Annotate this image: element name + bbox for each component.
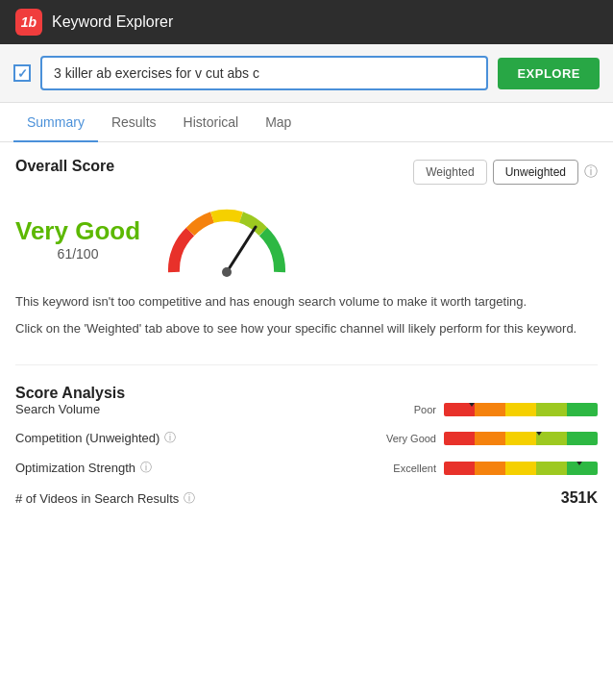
score-info-icon[interactable]: ⓘ — [584, 163, 598, 181]
search-bar: ✓ EXPLORE — [0, 44, 613, 103]
bar-rating-competition: Very Good — [383, 433, 436, 444]
explore-button[interactable]: EXPLORE — [498, 58, 600, 89]
bar-rating-search-volume: Poor — [383, 404, 436, 415]
score-body: Very Good 61/100 — [15, 200, 598, 277]
analysis-row-optimization: Optimization Strength ⓘ Excellent — [15, 460, 598, 476]
analysis-right-videos: 351K — [561, 489, 598, 507]
header: 1b Keyword Explorer — [0, 0, 613, 44]
svg-point-1 — [222, 267, 232, 277]
bar-yellow — [505, 432, 536, 445]
tab-results[interactable]: Results — [98, 103, 170, 141]
score-label: Very Good — [15, 216, 140, 246]
analysis-row-videos: # of Videos in Search Results ⓘ 351K — [15, 489, 598, 507]
color-bar-search-volume — [444, 403, 598, 416]
analysis-right-search-volume: Poor — [383, 403, 598, 416]
bar-yellow — [505, 403, 536, 416]
gauge-container — [159, 200, 294, 277]
analysis-right-competition: Very Good — [383, 432, 598, 445]
bar-pointer-competition — [534, 432, 544, 436]
header-title: Keyword Explorer — [52, 13, 173, 31]
tabs: Summary Results Historical Map — [0, 103, 613, 142]
bar-green — [567, 403, 598, 416]
videos-info-icon[interactable]: ⓘ — [184, 490, 195, 507]
bar-orange — [475, 403, 505, 416]
analysis-right-optimization: Excellent — [383, 462, 598, 475]
score-toggle: Weighted Unweighted ⓘ — [413, 160, 598, 185]
bar-lgreen — [536, 403, 567, 416]
bar-rating-optimization: Excellent — [383, 462, 436, 474]
analysis-label-videos: # of Videos in Search Results ⓘ — [15, 490, 195, 507]
score-text-area: Very Good 61/100 — [15, 216, 140, 262]
bar-lgreen — [536, 462, 567, 475]
svg-line-0 — [227, 227, 256, 272]
search-checkbox[interactable]: ✓ — [13, 64, 31, 82]
color-bar-optimization — [444, 462, 598, 475]
overall-score-title: Overall Score — [15, 158, 114, 175]
optimization-info-icon[interactable]: ⓘ — [140, 460, 152, 476]
bar-pointer-search-volume — [467, 403, 477, 407]
bar-red — [444, 432, 475, 445]
analysis-row-search-volume: Search Volume Poor — [15, 402, 598, 416]
search-input[interactable] — [40, 56, 488, 90]
score-analysis-section: Score Analysis Search Volume Poor — [15, 385, 598, 507]
analysis-label-competition: Competition (Unweighted) ⓘ — [15, 430, 188, 446]
bar-yellow — [505, 462, 536, 475]
unweighted-button[interactable]: Unweighted — [493, 160, 578, 185]
analysis-label-optimization: Optimization Strength ⓘ — [15, 460, 188, 476]
main-content: Overall Score Weighted Unweighted ⓘ Very… — [0, 142, 613, 536]
weighted-button[interactable]: Weighted — [413, 160, 486, 185]
checkbox-check: ✓ — [17, 66, 28, 81]
overall-score-section: Overall Score Weighted Unweighted ⓘ Very… — [15, 158, 598, 365]
tab-map[interactable]: Map — [252, 103, 305, 141]
analysis-row-competition: Competition (Unweighted) ⓘ Very Good — [15, 430, 598, 446]
score-number: 61/100 — [58, 246, 99, 262]
videos-count: 351K — [561, 489, 598, 507]
tab-summary[interactable]: Summary — [13, 103, 98, 141]
logo-badge: 1b — [15, 9, 42, 36]
description-1: This keyword isn't too competitive and h… — [15, 292, 598, 312]
bar-orange — [475, 432, 505, 445]
score-header: Overall Score Weighted Unweighted ⓘ — [15, 158, 598, 187]
bar-green — [567, 432, 598, 445]
score-analysis-title: Score Analysis — [15, 385, 125, 401]
gauge-svg — [159, 200, 294, 287]
tab-historical[interactable]: Historical — [170, 103, 253, 141]
competition-info-icon[interactable]: ⓘ — [164, 430, 176, 446]
description-2: Click on the 'Weighted' tab above to see… — [15, 319, 598, 338]
bar-red — [444, 462, 475, 475]
analysis-label-search-volume: Search Volume — [15, 402, 188, 416]
bar-orange — [475, 462, 505, 475]
color-bar-competition — [444, 432, 598, 445]
bar-pointer-optimization — [575, 462, 584, 465]
